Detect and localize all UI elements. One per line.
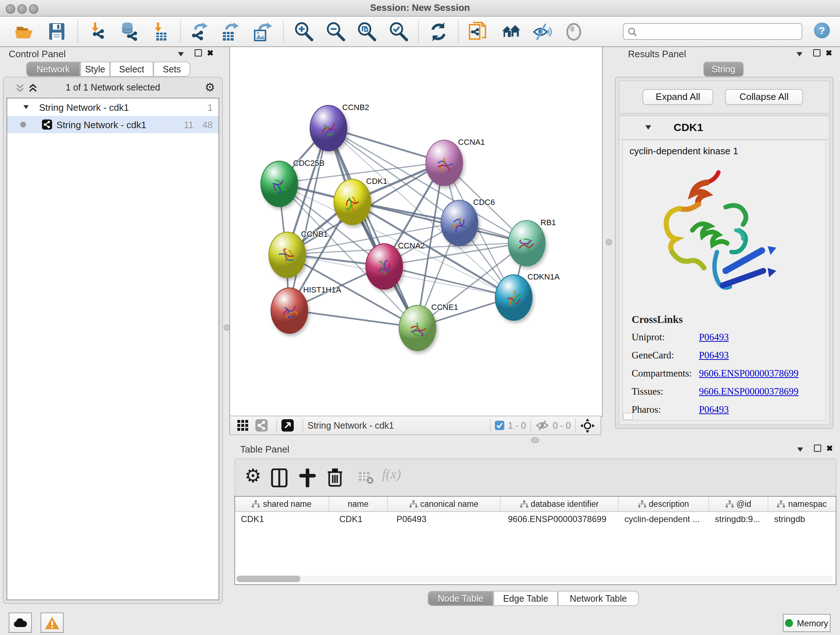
control-panel-float-icon[interactable] (178, 52, 184, 57)
export-image-icon[interactable] (251, 21, 273, 43)
zoom-out-icon[interactable] (325, 21, 347, 43)
table-horizontal-scrollbar[interactable] (237, 576, 833, 582)
network-node-ccnb1[interactable] (268, 232, 306, 278)
result-entry-header[interactable]: CDK1 (619, 116, 829, 140)
detach-view-icon[interactable] (281, 419, 294, 432)
show-columns-icon[interactable] (271, 469, 288, 487)
results-panel-float-icon[interactable] (797, 52, 802, 57)
network-node-cdkn1a[interactable] (495, 274, 532, 321)
network-node-ccne1[interactable] (399, 305, 436, 351)
tab-style[interactable]: Style (80, 62, 110, 77)
network-node-ccnb2[interactable] (309, 105, 347, 151)
column-header[interactable]: description (619, 497, 709, 511)
export-table-icon[interactable] (219, 21, 241, 43)
column-header[interactable]: database identifier (501, 497, 619, 511)
network-node-hist1h1a[interactable] (271, 287, 308, 334)
minimize-window-icon[interactable] (17, 4, 27, 14)
table-scrollbar-thumb[interactable] (237, 576, 300, 582)
network-options-gear-icon[interactable]: ⚙ (205, 80, 215, 94)
network-node-ccna1[interactable] (425, 140, 463, 186)
crosslink-link[interactable]: P06493 (699, 350, 729, 361)
close-window-icon[interactable] (6, 4, 15, 14)
delete-column-icon[interactable] (326, 468, 344, 487)
table-settings-gear-icon[interactable]: ⚙ (245, 465, 262, 487)
hidden-eye-icon[interactable] (535, 420, 549, 431)
open-session-icon[interactable] (14, 21, 35, 43)
cell-description[interactable]: cyclin-dependent ... (619, 514, 709, 524)
export-network-icon[interactable] (188, 21, 210, 43)
grid-view-icon[interactable] (237, 419, 249, 432)
network-node-cdc6[interactable] (441, 200, 478, 246)
cell-database-identifier[interactable]: 9606.ENSP00000378699 (501, 514, 619, 524)
results-panel-close-icon[interactable]: ✖ (826, 49, 832, 57)
column-header[interactable]: canonical name (388, 497, 501, 511)
zoom-fit-icon[interactable] (356, 21, 378, 43)
table-row[interactable]: CDK1 CDK1 P06493 9606.ENSP00000378699 cy… (235, 512, 836, 526)
right-splitter-handle[interactable] (606, 239, 612, 245)
crosslink-link[interactable]: 9606.ENSP00000378699 (699, 368, 798, 379)
tree-collapse-icon[interactable] (24, 105, 28, 109)
memory-button[interactable]: Memory (783, 614, 831, 632)
zoom-selected-icon[interactable] (388, 21, 409, 43)
results-panel-maximize-icon[interactable] (813, 49, 821, 57)
expand-all-button[interactable]: Expand All (643, 89, 714, 105)
home-icon[interactable] (500, 21, 522, 43)
network-list-view-icon[interactable] (256, 419, 268, 432)
network-edge[interactable] (328, 127, 417, 327)
network-node-cdk1[interactable] (333, 179, 371, 225)
refresh-icon[interactable] (428, 21, 449, 43)
network-node-ccna2[interactable] (365, 243, 403, 290)
tab-network-table[interactable]: Network Table (558, 591, 639, 606)
column-header[interactable]: name (329, 497, 388, 511)
entry-collapse-icon[interactable] (645, 125, 651, 130)
import-table-icon[interactable] (150, 21, 172, 43)
hide-panels-icon[interactable] (531, 21, 553, 43)
cloud-status-button[interactable] (9, 613, 32, 633)
results-scrollbar-stub[interactable] (623, 413, 633, 420)
save-session-icon[interactable] (46, 21, 68, 43)
cell-namespace[interactable]: stringdb (768, 514, 836, 524)
network-node-rb1[interactable] (508, 220, 546, 266)
pan-crosshair-icon[interactable] (580, 418, 595, 432)
table-panel-maximize-icon[interactable] (814, 445, 821, 452)
zoom-window-icon[interactable] (29, 4, 38, 14)
table-panel-float-icon[interactable] (797, 448, 803, 452)
network-canvas[interactable]: CCNB2CCNA1CDC25BCDK1CDC6RB1CCNB1CCNA2CDK… (229, 46, 603, 417)
cell-canonical-name[interactable]: P06493 (388, 514, 501, 524)
selected-checkbox-icon[interactable] (495, 421, 504, 430)
import-network-database-icon[interactable] (118, 21, 140, 43)
crosslink-link[interactable]: P06493 (699, 332, 729, 343)
clear-table-icon[interactable] (358, 471, 374, 485)
tab-network[interactable]: Network (26, 62, 80, 77)
network-node-cdc25b[interactable] (261, 161, 298, 207)
column-header[interactable]: shared name (235, 497, 329, 511)
control-panel-maximize-icon[interactable] (195, 49, 202, 57)
tab-select[interactable]: Select (110, 62, 153, 77)
network-edge[interactable] (289, 127, 328, 310)
column-header[interactable]: namespac (768, 497, 836, 511)
create-column-icon[interactable] (299, 469, 316, 487)
search-input[interactable] (639, 26, 802, 37)
crosslink-link[interactable]: 9606.ENSP00000378699 (699, 386, 798, 397)
collapse-all-button[interactable]: Collapse All (725, 89, 803, 105)
network-tree-child-row[interactable]: String Network - cdk1 11 48 (7, 116, 218, 133)
tab-string[interactable]: String (703, 62, 744, 77)
zoom-in-icon[interactable] (293, 21, 315, 43)
cell-shared-name[interactable]: CDK1 (235, 514, 329, 524)
cell-name[interactable]: CDK1 (329, 514, 388, 524)
function-builder-icon[interactable]: f(x) (382, 466, 401, 482)
tab-sets[interactable]: Sets (153, 62, 190, 77)
crosslink-link[interactable]: P06493 (699, 404, 729, 416)
tab-node-table[interactable]: Node Table (428, 591, 493, 606)
cell-id[interactable]: stringdb:9... (709, 514, 768, 524)
warning-status-button[interactable] (41, 613, 64, 633)
share-document-icon[interactable] (467, 21, 489, 43)
import-network-file-icon[interactable] (87, 21, 109, 43)
network-tree-root-row[interactable]: String Network - cdk1 1 (7, 98, 218, 116)
tab-edge-table[interactable]: Edge Table (493, 591, 558, 606)
show-panel-icon[interactable] (563, 21, 584, 43)
control-panel-close-icon[interactable]: ✖ (207, 49, 213, 57)
table-panel-close-icon[interactable]: ✖ (826, 445, 833, 452)
column-header[interactable]: @id (709, 497, 768, 511)
help-icon[interactable]: ? (814, 22, 830, 38)
